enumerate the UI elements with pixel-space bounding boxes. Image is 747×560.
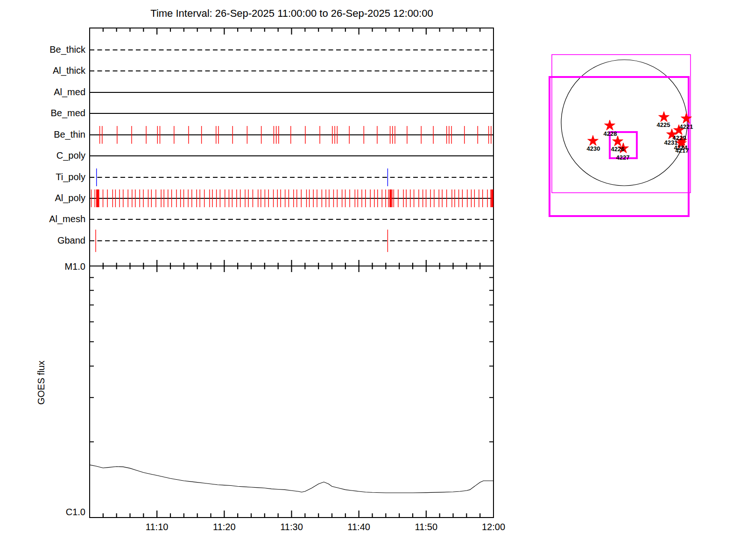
xtick-label-5: 12:00 (472, 522, 514, 532)
plot-title: Time Interval: 26-Sep-2025 11:00:00 to 2… (89, 7, 495, 20)
row-label-al-mesh: Al_mesh (19, 214, 85, 224)
ar-label-4225: 4225 (657, 121, 670, 128)
xtick-label-3: 11:40 (338, 522, 380, 532)
ar-label-4228: 4228 (604, 130, 617, 137)
row-label-al-thick: Al_thick (19, 65, 85, 76)
screenshot-root: Time Interval: 26-Sep-2025 11:00:00 to 2… (0, 0, 747, 560)
xtick-label-4: 11:50 (405, 522, 447, 532)
goes-ymax-label: M1.0 (19, 261, 85, 272)
row-label-al-med: Al_med (19, 87, 85, 98)
ar-label-4227: 4227 (616, 154, 630, 161)
goes-flux-axis-title: GOES flux (36, 361, 47, 405)
ar-label-4230: 4230 (587, 145, 600, 152)
ar-label-4221: 4221 (680, 123, 693, 130)
row-label-ti-poly: Ti_poly (19, 172, 85, 182)
row-label-be-thick: Be_thick (19, 44, 85, 55)
xtick-label-0: 11:10 (136, 522, 178, 532)
row-label-gband: Gband (19, 235, 85, 246)
row-label-c-poly: C_poly (19, 150, 85, 161)
row-label-be-med: Be_med (19, 108, 85, 119)
row-label-al-poly: Al_poly (19, 193, 85, 203)
plot-canvas (0, 0, 747, 560)
xtick-label-2: 11:30 (271, 522, 313, 532)
row-label-be-thin: Be_thin (19, 129, 85, 140)
ar-label-4217: 4217 (676, 147, 689, 154)
ar-label-4226: 4226 (611, 146, 625, 153)
xtick-label-1: 11:20 (203, 522, 245, 532)
goes-ymin-label: C1.0 (19, 507, 85, 518)
